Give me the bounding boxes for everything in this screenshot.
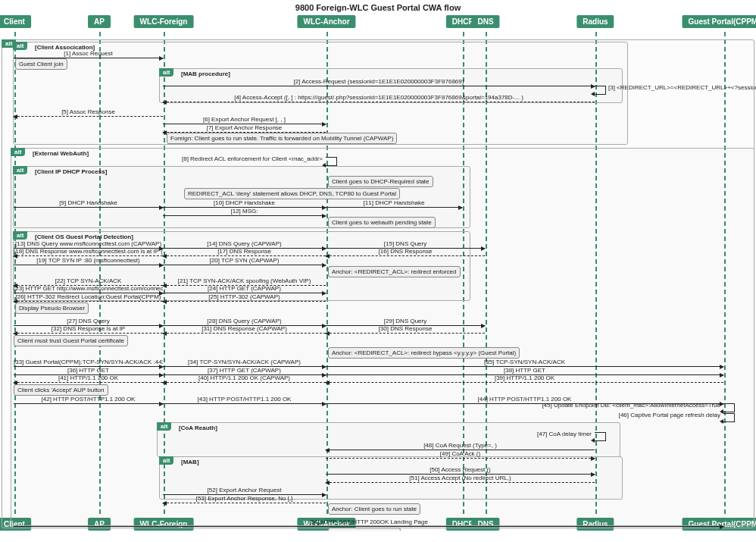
message-label: [8] Redirect ACL enforcement for Client …	[182, 155, 323, 162]
message: [5] Assoc Response	[14, 109, 163, 117]
message-label: [20] TCP SYN (CAPWAP)	[163, 257, 326, 264]
note: Display Pseudo Browser	[15, 302, 89, 314]
message: [35] TCP-SYN/SYN-ACK/ACK	[326, 359, 723, 367]
message: [50] Access Request ()	[326, 467, 595, 475]
message: [6] Export Anchor Request [, , ]	[163, 117, 326, 124]
fragment-tag: alt	[11, 148, 25, 156]
message-label: [32] DNS Response is at IP	[14, 325, 163, 332]
message-label: [41] HTTP/1.1 200 OK	[14, 374, 163, 381]
message: [11] DHCP Handshake	[326, 200, 462, 208]
message: [53] Export Anchor Response, No [,]	[163, 496, 326, 503]
message-label: [4] Access-Accept ([, ] : https:///guest…	[163, 94, 595, 101]
fragment-tag: alt	[159, 68, 173, 77]
message: [42] HTTP POST/HTTP1.1 200 OK	[14, 396, 163, 404]
message: [43] HTTP POST/HTTP1.1 200 OK	[163, 396, 326, 404]
note: client goes to RUN state	[328, 528, 401, 531]
participant-label: WLC-Foreign	[134, 15, 194, 28]
fragment-caption: [Client IP DHCP Process]	[35, 168, 107, 175]
message-label: [38] HTTP GET	[326, 367, 723, 374]
message: [31] DNS Response (CAPWAP)	[163, 326, 326, 334]
message-label: [12] MSG:	[163, 208, 326, 215]
fragment-caption: [CoA Reauth]	[179, 425, 217, 431]
note: Client goes to DHCP-Required state	[328, 176, 433, 187]
participant-label: Radius	[576, 15, 614, 28]
message-label: [18] DNS Response www.msftconnecttest.co…	[14, 248, 163, 255]
note: Guest Client join	[15, 58, 67, 70]
sequence-diagram: ClientClientAPAPWLC-ForeignWLC-ForeignWL…	[0, 15, 756, 531]
message: [4] Access-Accept ([, ] : https:///guest…	[163, 95, 595, 102]
message: [54] HTTP GET/HTTP 200OK Landing Page	[14, 519, 723, 527]
participant-label: DNS	[471, 15, 499, 28]
message-label: [35] TCP-SYN/SYN-ACK/ACK	[326, 359, 723, 365]
note: Client clicks 'Accept' AUP button	[14, 384, 108, 396]
message: [16] DNS Response	[326, 249, 485, 256]
fragment-tag: alt	[13, 231, 27, 240]
message-label: [16] DNS Response	[326, 248, 485, 255]
self-message	[595, 86, 606, 95]
message-label: [9] DHCP Handshake	[14, 199, 163, 206]
message-label: [28] DNS Query (CAPWAP)	[163, 318, 326, 324]
message: [48] CoA Request (Type=, )	[326, 443, 595, 450]
message: [23] HTTP GET http://www.msftconnecttest…	[14, 286, 163, 293]
fragment-tag: alt	[13, 166, 27, 174]
message: [10] DHCP Handshake	[163, 200, 326, 208]
participant-label: Guest Portal(CPPM)	[682, 15, 756, 28]
message-label: [29] DNS Query	[326, 318, 485, 324]
self-message	[723, 403, 735, 412]
message-label: [26] HTTP-302 Redirect Location:Guest Po…	[14, 293, 163, 300]
message-label: [1] Assoc Request	[14, 50, 163, 57]
message-label: [36] HTTP GET	[14, 367, 163, 374]
message: [30] DNS Response	[326, 326, 485, 334]
message: [7] Export Anchor Response	[163, 125, 326, 133]
participant-label: Client	[0, 15, 31, 28]
message-label: [37] HTTP GET (CAPWAP)	[163, 367, 326, 374]
fragment-caption: [MAB]	[181, 459, 199, 465]
message: [51] Access Accept (No redirect URL,)	[326, 475, 595, 483]
message: [24] HTTP GET (CAPWAP)	[163, 286, 326, 293]
message-label: [23] HTTP GET http://www.msftconnecttest…	[14, 285, 163, 292]
fragment-tag: alt	[157, 422, 171, 431]
message-label: [46] Captive Portal page refresh delay	[619, 412, 720, 418]
message-label: [33] Guest Portal(CPPM):TCP-SYN/SYN-ACK/…	[14, 359, 163, 365]
message-label: [25] HTTP-302 (CAPWAP)	[163, 293, 326, 300]
note: Anchor: <REDIRECT_ACL>: redirect bypass …	[328, 347, 520, 359]
message-label: [30] DNS Response	[326, 325, 485, 332]
fragment-tag: alt	[13, 42, 27, 50]
message: [33] Guest Portal(CPPM):TCP-SYN/SYN-ACK/…	[14, 359, 163, 367]
note: Foreign: Client goes to run state. Traff…	[167, 133, 397, 144]
message-label: [39] HTTP/1.1 200 OK	[326, 374, 723, 381]
message-label: [34] TCP-SYN/SYN-ACK/ACK (CAPWAP)	[163, 359, 326, 365]
note: Client goes to webauth pending state	[328, 217, 436, 228]
message-label: [45] Update Endpoint DB: <client_mac>:Al…	[542, 402, 720, 409]
message: [52] Export Anchor Request	[163, 487, 326, 495]
message-label: [21] TCP SYN-ACK/ACK spoofing (WebAuth V…	[163, 277, 326, 284]
message-label: [49] CoA Ack ()	[326, 450, 595, 457]
diagram-title: 9800 Foreign-WLC Guest Portal CWA flow	[0, 0, 756, 15]
message-label: [27] DNS Query	[14, 318, 163, 324]
message: [25] HTTP-302 (CAPWAP)	[163, 294, 326, 302]
message-label: [13] DNS Query www.msftconnecttest.com (…	[14, 240, 163, 247]
fragment-tag: alt	[159, 456, 173, 465]
message-label: [48] CoA Request (Type=, )	[326, 442, 595, 449]
message-label: [50] Access Request ()	[326, 466, 595, 473]
fragment-caption: [MAB procedure]	[181, 70, 230, 77]
note: Client must trust Guest Portal certifica…	[14, 335, 128, 346]
message-label: [3] <REDIRECT_URL>=<REDIRECT_URL>+<?sess…	[608, 84, 756, 91]
message: [1] Assoc Request	[14, 51, 163, 58]
message-label: [54] HTTP GET/HTTP 200OK Landing Page	[14, 519, 723, 525]
message-label: [43] HTTP POST/HTTP1.1 200 OK	[163, 396, 326, 403]
message: [41] HTTP/1.1 200 OK	[14, 375, 163, 383]
message-label: [31] DNS Response (CAPWAP)	[163, 325, 326, 332]
note: Anchor: Client goes to run state	[328, 503, 420, 515]
note: REDIRECT_ACL 'deny' statement allows DHC…	[184, 188, 400, 199]
message-label: [40] HTTP/1.1 200 OK (CAPWAP)	[163, 374, 326, 381]
message-label: [52] Export Anchor Request	[163, 487, 326, 493]
message-label: [19] TCP SYN IP :80 (msftconnecttest)	[14, 257, 163, 264]
message: [18] DNS Response www.msftconnecttest.co…	[14, 249, 163, 256]
message: [39] HTTP/1.1 200 OK	[326, 375, 723, 383]
message-label: [7] Export Anchor Response	[163, 124, 326, 131]
message: [49] CoA Ack ()	[326, 451, 595, 459]
message-label: [6] Export Anchor Request [, , ]	[163, 116, 326, 123]
fragment-caption: [External WebAuth]	[33, 150, 89, 157]
message-label: [2] Access-Request (sessionid=1E1E1E0200…	[163, 78, 595, 85]
